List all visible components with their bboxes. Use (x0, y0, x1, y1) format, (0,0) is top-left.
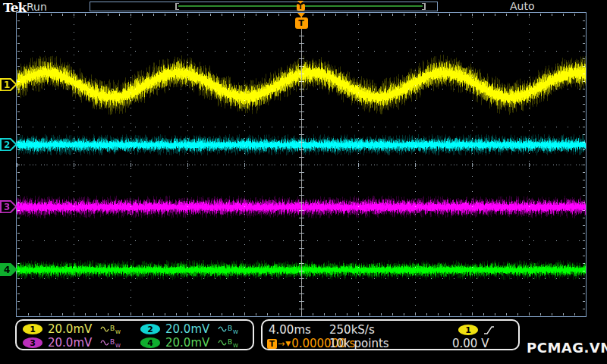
waveform-canvas (17, 13, 586, 316)
sample-rate: 250kS/s (329, 323, 375, 337)
record-view-bar: T (90, 2, 438, 11)
svg-text:B: B (110, 325, 115, 332)
channel-readout-box: 1 20.0mV BW 2 20.0mV BW 3 20.0mV BW 4 20… (15, 319, 254, 350)
arrow-right-icon: → (278, 339, 285, 349)
svg-text:W: W (233, 343, 238, 348)
trigger-source-badge: 1 (458, 325, 478, 335)
svg-text:W: W (115, 329, 121, 334)
ch1-coupling-bandwidth-icon: BW (100, 325, 121, 334)
trigger-t-icon: T (267, 339, 277, 349)
ch2-coupling-bandwidth-icon: BW (218, 325, 238, 334)
ch4-coupling-bandwidth-icon: BW (218, 338, 238, 348)
trigger-mode-label: Auto (510, 0, 535, 12)
ch1-badge: 1 (23, 324, 42, 334)
watermark: PCMAG.VN (527, 340, 607, 356)
record-trigger-marker: T (296, 1, 305, 11)
svg-text:B: B (228, 325, 232, 332)
ch3-badge: 3 (23, 337, 42, 348)
ch3-coupling-bandwidth-icon: BW (100, 338, 121, 348)
svg-text:B: B (228, 338, 232, 346)
ch4-readout: 4 20.0mV BW (140, 337, 238, 349)
svg-text:W: W (115, 343, 121, 348)
trigger-t-icon: T (297, 4, 305, 11)
rising-edge-icon (483, 325, 495, 335)
triangle-down-icon: ▼ (285, 340, 291, 347)
channel-4-position-marker: 4 (0, 263, 17, 276)
trigger-source-readout: 1 (458, 324, 495, 336)
ch3-scale: 20.0mV (48, 336, 95, 350)
ch1-scale: 20.0mV (48, 322, 95, 336)
channel-1-position-marker: 1 (0, 78, 17, 91)
timebase-scale: 4.00ms (269, 323, 311, 337)
channel-3-position-marker: 3 (0, 200, 17, 213)
ch3-readout: 3 20.0mV BW (23, 337, 121, 349)
channel-2-position-marker: 2 (0, 138, 17, 151)
timebase-trigger-readout-box: 4.00ms 250kS/s 1 T→▼0.000000 s 10k point… (261, 319, 520, 350)
ch2-badge: 2 (140, 324, 160, 334)
ch2-readout: 2 20.0mV BW (140, 323, 238, 335)
waveform-display-area (16, 12, 587, 317)
ch4-scale: 20.0mV (165, 336, 212, 350)
trigger-t-icon: T (295, 17, 308, 29)
acquisition-status: Run (27, 1, 47, 13)
ch4-badge: 4 (140, 337, 160, 348)
ch2-scale: 20.0mV (165, 322, 212, 336)
svg-text:W: W (233, 329, 238, 334)
svg-text:B: B (110, 338, 115, 346)
trigger-level: 0.00 V (452, 337, 489, 350)
trigger-position-marker: T (294, 13, 308, 29)
record-length: 10k points (329, 337, 389, 350)
ch1-readout: 1 20.0mV BW (23, 323, 121, 335)
